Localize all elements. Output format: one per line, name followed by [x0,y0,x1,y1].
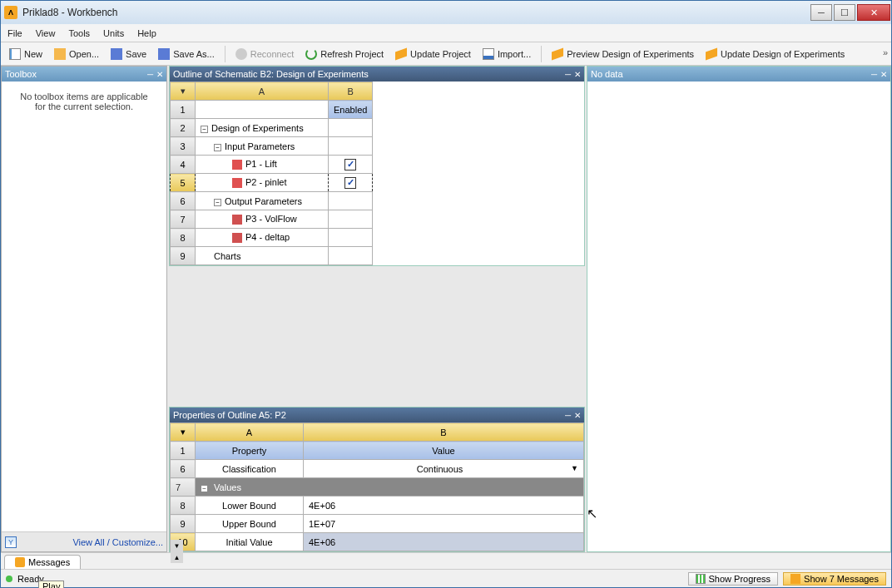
table-row-selected[interactable]: 5 P2 - pinlet ✓ [171,174,373,192]
table-row[interactable]: 3 −Input Parameters [171,137,373,156]
toolbox-minimize-icon[interactable]: ─ [147,70,153,79]
nodata-header: No data ─ ✕ [587,67,890,82]
table-row[interactable]: 1 Property Value [171,442,584,460]
table-row[interactable]: 6 Classification Continuous▼ [171,460,584,478]
refresh-button[interactable]: Refresh Project [300,47,389,62]
import-icon [483,48,494,60]
table-row[interactable]: 2 −Design of Experiments [171,119,373,137]
collapse-icon[interactable]: − [214,144,221,151]
collapse-icon[interactable]: − [214,199,221,206]
update-doe-icon [706,47,717,60]
close-button[interactable]: ✕ [857,4,890,21]
scroll-up-icon[interactable]: ▲ [171,551,183,563]
checkbox-checked-icon[interactable]: ✓ [344,177,356,189]
toolbox-header: Toolbox ─ ✕ [2,67,166,82]
table-row[interactable]: 9 Charts [171,247,373,265]
toolbar: New Open... Save Save As... Reconnect Re… [1,42,891,66]
titlebar: Λ Priklad8 - Workbench ─ ☐ ✕ [1,1,891,24]
table-row[interactable]: 7 P3 - VolFlow [171,210,373,229]
table-row[interactable]: 4 P1 - Lift ✓ [171,156,373,174]
table-row[interactable]: 8 Lower Bound 4E+06 [171,497,584,515]
output-param-icon [232,215,242,225]
reconnect-button[interactable]: Reconnect [230,47,300,62]
view-all-link[interactable]: View All / Customize... [72,537,163,547]
table-row[interactable]: 8 P4 - deltap [171,229,373,247]
open-button[interactable]: Open... [49,47,104,62]
show-messages-button[interactable]: Show 7 Messages [783,572,886,586]
show-progress-button[interactable]: Show Progress [688,572,779,586]
col-b-header[interactable]: B [304,423,584,442]
maximize-button[interactable]: ☐ [834,4,855,21]
properties-minimize-icon[interactable]: ─ [565,411,571,420]
refresh-icon [305,48,317,60]
col-b-header[interactable]: B [329,82,373,101]
table-row[interactable]: 6 −Output Parameters [171,192,373,210]
save-button[interactable]: Save [106,47,151,62]
collapse-icon[interactable]: − [201,485,208,492]
menubar: File View Tools Units Help [1,24,891,42]
status-dot-icon [6,576,12,582]
corner-cell[interactable]: ▾ [171,82,196,101]
menu-view[interactable]: View [36,28,56,38]
table-row-group[interactable]: 7 − Values [171,478,584,497]
checkbox-checked-icon[interactable]: ✓ [344,159,356,170]
properties-table[interactable]: ▾ A B 1 Property Value 6 Classification [170,422,584,551]
properties-header: Properties of Outline A5: P2 ─ ✕ [170,408,584,422]
col-a-header[interactable]: A [196,82,329,101]
collapse-icon[interactable]: − [201,126,208,133]
saveas-icon [158,48,170,60]
outline-minimize-icon[interactable]: ─ [565,70,571,79]
outline-close-icon[interactable]: ✕ [574,70,581,79]
import-button[interactable]: Import... [478,47,536,62]
corner-cell[interactable]: ▾ [171,423,196,442]
outline-title: Outline of Schematic B2: Design of Exper… [173,69,369,79]
toolbox-close-icon[interactable]: ✕ [156,70,163,79]
nodata-panel: No data ─ ✕ [587,66,891,552]
input-param-icon [232,160,242,170]
messages-bar: Messages [1,552,891,569]
update-doe-button[interactable]: Update Design of Experiments [701,47,850,61]
nodata-body [587,82,890,551]
nodata-title: No data [591,69,623,79]
enabled-header[interactable]: Enabled [329,101,373,119]
update-icon [395,47,407,60]
outline-table[interactable]: ▾ A B 1 Enabled 2 −Design of Experiments [170,82,373,265]
update-button[interactable]: Update Project [390,47,476,61]
nodata-minimize-icon[interactable]: ─ [871,70,877,79]
properties-panel: Properties of Outline A5: P2 ─ ✕ ▾ A B 1 [169,407,585,552]
save-icon [111,48,122,60]
menu-file[interactable]: File [7,28,22,38]
table-row[interactable]: 1 Enabled [171,101,373,119]
dropdown-arrow-icon[interactable]: ▼ [571,464,578,472]
new-button[interactable]: New [4,47,47,62]
filter-icon[interactable]: Y [5,536,17,548]
reconnect-icon [235,48,247,60]
workspace: Toolbox ─ ✕ No toolbox items are applica… [1,66,891,552]
app-window: Λ Priklad8 - Workbench ─ ☐ ✕ File View T… [0,0,892,588]
toolbox-title: Toolbox [5,69,37,79]
open-icon [54,48,66,60]
saveas-button[interactable]: Save As... [153,47,220,62]
preview-doe-button[interactable]: Preview Design of Experiments [547,47,699,61]
toolbox-body: No toolbox items are applicable for the … [2,82,166,531]
properties-title: Properties of Outline A5: P2 [173,410,286,420]
scroll-down-icon[interactable]: ▼ [171,540,183,551]
table-row-selected[interactable]: 10 Initial Value 4E+06 [171,533,584,551]
toolbar-overflow-icon[interactable]: » [883,47,888,57]
properties-close-icon[interactable]: ✕ [574,411,581,420]
menu-help[interactable]: Help [137,28,156,38]
new-icon [9,48,21,60]
table-row[interactable]: 9 Upper Bound 1E+07 [171,515,584,533]
preview-icon [552,47,563,60]
menu-units[interactable]: Units [103,28,124,38]
minimize-button[interactable]: ─ [810,4,832,21]
statusbar: Ready Show Progress Show 7 Messages [1,569,891,587]
menu-tools[interactable]: Tools [68,28,90,38]
messages-icon [15,557,25,567]
col-a-header[interactable]: A [196,423,304,442]
middle-column: Outline of Schematic B2: Design of Exper… [169,66,585,552]
nodata-close-icon[interactable]: ✕ [880,70,887,79]
toolbox-empty-text2: for the current selection. [7,101,161,111]
right-column: No data ─ ✕ [587,66,891,552]
messages-tab[interactable]: Messages [4,555,81,569]
